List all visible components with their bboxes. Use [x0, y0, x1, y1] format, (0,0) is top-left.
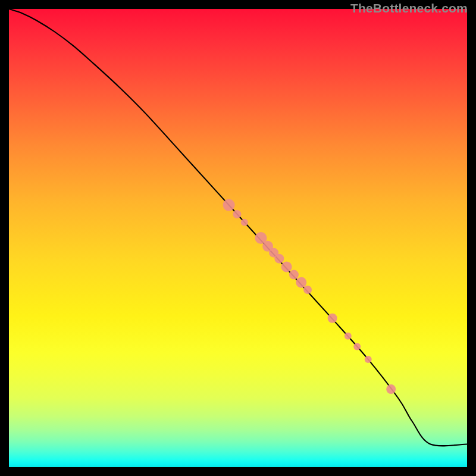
- data-point: [328, 314, 337, 323]
- scatter-points: [223, 199, 396, 394]
- data-point: [223, 199, 235, 211]
- data-point: [241, 219, 248, 226]
- data-point: [353, 343, 361, 350]
- watermark-text: TheBottleneck.com: [350, 1, 468, 15]
- data-point: [296, 277, 306, 288]
- curve-line: [9, 9, 467, 446]
- data-point: [365, 356, 372, 363]
- data-point: [345, 333, 352, 340]
- chart-stage: TheBottleneck.com: [0, 0, 476, 476]
- data-point: [281, 262, 292, 273]
- data-point: [274, 254, 284, 264]
- data-point: [233, 210, 241, 218]
- data-point: [289, 270, 299, 280]
- data-point: [386, 384, 396, 394]
- chart-svg: [9, 9, 467, 467]
- plot-area: [9, 9, 467, 467]
- data-point: [303, 286, 312, 294]
